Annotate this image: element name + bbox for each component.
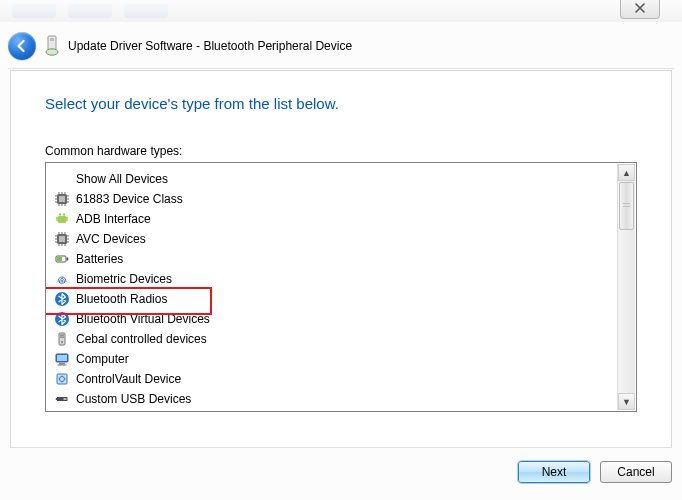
svg-rect-11 (59, 236, 65, 242)
scroll-up-button[interactable]: ▲ (618, 164, 635, 181)
device-row-icon (54, 311, 70, 327)
device-row[interactable]: Biometric Devices (54, 269, 618, 289)
device-row[interactable]: Batteries (54, 249, 618, 269)
device-row-icon (54, 371, 70, 387)
blank-icon (54, 171, 70, 187)
device-row-label: Custom USB Devices (76, 392, 191, 406)
device-row-icon (54, 351, 70, 367)
svg-point-7 (63, 213, 65, 215)
battery-icon (54, 251, 70, 267)
device-row-label: Cebal controlled devices (76, 332, 207, 346)
device-row[interactable]: Cebal controlled devices (54, 329, 618, 349)
wizard-footer: Next Cancel (10, 447, 672, 490)
device-row-icon (54, 291, 70, 307)
bluetooth-icon (54, 291, 70, 307)
computer-icon (54, 351, 70, 367)
device-row-label: Bluetooth Virtual Devices (76, 312, 210, 326)
window-close-button[interactable] (620, 0, 660, 19)
device-row-icon (54, 271, 70, 287)
svg-rect-27 (57, 397, 63, 401)
svg-point-20 (61, 341, 63, 343)
device-row-icon (54, 231, 70, 247)
svg-rect-23 (59, 363, 65, 365)
svg-rect-24 (58, 365, 67, 366)
svg-rect-28 (63, 398, 67, 401)
svg-rect-19 (60, 337, 64, 338)
driver-disc-icon (44, 35, 60, 57)
svg-rect-9 (66, 217, 68, 222)
svg-rect-5 (58, 216, 66, 223)
device-list-scrollbar[interactable]: ▲ ▼ (617, 164, 635, 410)
device-row-label: Bluetooth Radios (76, 292, 167, 306)
device-row-icon (54, 251, 70, 267)
device-row[interactable]: ADB Interface (54, 209, 618, 229)
wizard-header: Update Driver Software - Bluetooth Perip… (8, 30, 674, 69)
fingerprint-icon (54, 271, 70, 287)
usb-icon (54, 391, 70, 407)
device-row-icon (54, 211, 70, 227)
cancel-button[interactable]: Cancel (600, 461, 672, 483)
device-row-label: Show All Devices (76, 172, 168, 186)
device-row[interactable]: AVC Devices (54, 229, 618, 249)
android-icon (54, 211, 70, 227)
svg-rect-29 (56, 398, 58, 400)
wizard-heading: Select your device's type from the list … (45, 95, 637, 112)
device-row[interactable]: 61883 Device Class (54, 189, 618, 209)
vault-icon (54, 371, 70, 387)
svg-rect-13 (67, 258, 69, 261)
next-button[interactable]: Next (518, 461, 590, 483)
svg-point-2 (46, 49, 58, 55)
bluetooth-icon (54, 311, 70, 327)
svg-rect-14 (57, 257, 62, 261)
device-list[interactable]: Show All Devices61883 Device ClassADB In… (46, 163, 618, 411)
scroll-thumb[interactable] (619, 182, 634, 230)
device-row-label: ControlVault Device (76, 372, 181, 386)
device-row-label: 61883 Device Class (76, 192, 183, 206)
wizard-content-panel: Select your device's type from the list … (10, 70, 672, 448)
svg-rect-22 (57, 355, 67, 361)
svg-rect-1 (50, 38, 54, 41)
close-icon (634, 3, 646, 13)
device-row[interactable]: Computer (54, 349, 618, 369)
svg-rect-8 (56, 217, 58, 222)
svg-rect-18 (60, 335, 64, 336)
device-row-label: Biometric Devices (76, 272, 172, 286)
device-row[interactable]: Custom USB Devices (54, 389, 618, 409)
back-arrow-icon (14, 38, 30, 54)
device-row-label: Computer (76, 352, 129, 366)
device-row-label: ADB Interface (76, 212, 151, 226)
device-row-icon (54, 391, 70, 407)
device-row-label: AVC Devices (76, 232, 146, 246)
device-row[interactable]: Bluetooth Radios (54, 289, 618, 309)
chip-icon (54, 191, 70, 207)
svg-point-6 (59, 213, 61, 215)
device-list-box: Show All Devices61883 Device ClassADB In… (45, 162, 637, 412)
wizard-title: Update Driver Software - Bluetooth Perip… (68, 39, 352, 53)
device-row[interactable]: ControlVault Device (54, 369, 618, 389)
device-list-label: Common hardware types: (45, 144, 637, 158)
device-row-icon (54, 171, 70, 187)
device-row-label: Batteries (76, 252, 123, 266)
device-row[interactable]: Bluetooth Virtual Devices (54, 309, 618, 329)
back-button[interactable] (8, 32, 36, 60)
chip-icon (54, 231, 70, 247)
background-window-strip (0, 0, 682, 22)
device-row-icon (54, 191, 70, 207)
device-row[interactable]: Show All Devices (54, 169, 618, 189)
svg-rect-4 (59, 196, 65, 202)
scroll-down-button[interactable]: ▼ (618, 393, 635, 410)
device-row-icon (54, 331, 70, 347)
device-tower-icon (54, 331, 70, 347)
